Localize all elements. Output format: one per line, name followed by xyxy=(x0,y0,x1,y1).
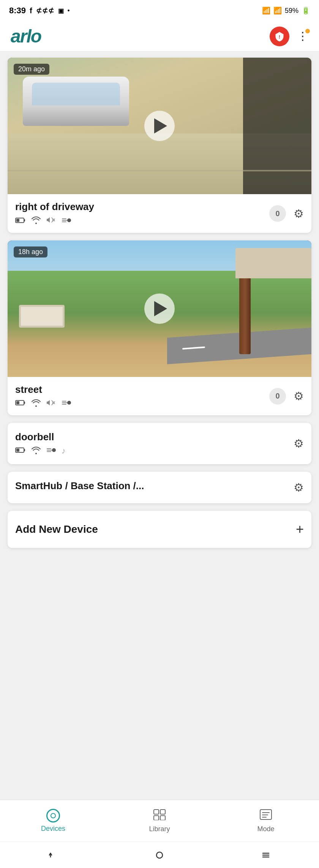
camera-thumbnail-street[interactable]: 18h ago xyxy=(8,240,311,377)
camera-status-icons-driveway xyxy=(15,216,269,226)
status-bar-right: 📶 📶 59% 🔋 xyxy=(262,6,310,15)
car-window xyxy=(32,83,120,105)
motion-doorbell-icon xyxy=(46,447,56,455)
notification-number-cam1: 0 xyxy=(275,209,280,218)
battery-doorbell-icon xyxy=(15,447,26,455)
sys-nav-back[interactable] xyxy=(36,846,70,865)
main-content: 20m ago right of driveway xyxy=(0,52,319,800)
play-button-cam1[interactable] xyxy=(144,111,175,141)
wifi-doorbell-icon xyxy=(31,446,41,456)
notification-count-cam1[interactable]: 0 xyxy=(269,205,286,222)
notification-dot xyxy=(305,29,310,33)
battery-percent: 59% xyxy=(285,7,298,15)
alert-button[interactable]: ! xyxy=(270,27,289,46)
play-button-cam2[interactable] xyxy=(144,294,175,324)
play-icon-cam1 xyxy=(154,118,167,133)
sim-icon: ▣ xyxy=(58,7,64,14)
camera-actions-street: 0 ⚙ xyxy=(269,388,304,405)
devices-nav-icon xyxy=(46,809,60,822)
status-bar-left: 8:39 f ⊄⊄⊄ ▣ • xyxy=(9,6,69,16)
battery-status-icon-street xyxy=(15,400,26,407)
svg-rect-37 xyxy=(156,852,163,858)
camera-details-street: street xyxy=(15,384,269,408)
svg-rect-12 xyxy=(16,401,19,404)
garden-box xyxy=(19,305,65,328)
smarthub-info: SmartHub / Base Station /... xyxy=(15,480,294,495)
sys-nav-home[interactable] xyxy=(142,846,177,865)
wifi-status-icon xyxy=(31,216,41,226)
doorbell-card: doorbell xyxy=(8,423,311,464)
camera-thumbnail-driveway[interactable]: 20m ago xyxy=(8,58,311,194)
wifi-status-icon-street xyxy=(31,399,41,408)
settings-button-smarthub[interactable]: ⚙ xyxy=(294,481,304,494)
house-bg xyxy=(235,248,311,278)
nav-item-library[interactable]: Library xyxy=(106,804,213,838)
header-icons: ! ⋮ xyxy=(270,27,308,46)
camera-info-street: street xyxy=(8,377,311,415)
camera-info-driveway: right of driveway xyxy=(8,194,311,233)
svg-point-25 xyxy=(52,448,56,452)
nav-label-devices: Devices xyxy=(41,825,65,833)
time-display: 8:39 xyxy=(9,6,26,16)
volume-status-icon-street xyxy=(46,399,56,408)
library-nav-icon xyxy=(153,809,166,823)
nav-item-devices[interactable]: Devices xyxy=(0,804,106,837)
bell-doorbell-icon: ♪ xyxy=(62,446,66,456)
svg-rect-29 xyxy=(160,816,165,820)
timestamp-badge-cam2: 18h ago xyxy=(14,246,47,257)
wall-dark xyxy=(243,58,311,194)
notification-icons: ⊄⊄⊄ xyxy=(36,6,54,15)
notification-number-cam2: 0 xyxy=(275,392,280,400)
camera-card-street: 18h ago street xyxy=(8,240,311,415)
app-header: arlo ! ⋮ xyxy=(0,21,319,52)
bottom-nav: Devices Library Mode xyxy=(0,800,319,841)
dot-indicator: • xyxy=(68,7,70,14)
system-nav-bar xyxy=(0,841,319,868)
notification-count-cam2[interactable]: 0 xyxy=(269,388,286,405)
svg-rect-26 xyxy=(154,810,159,814)
svg-rect-27 xyxy=(160,810,165,814)
nav-label-mode: Mode xyxy=(257,825,274,833)
add-device-icon: + xyxy=(296,521,304,537)
wifi-icon: 📶 xyxy=(262,6,270,15)
battery-icon: 🔋 xyxy=(302,6,310,15)
svg-rect-21 xyxy=(16,449,19,452)
nav-label-library: Library xyxy=(149,825,170,833)
sys-nav-recent[interactable] xyxy=(249,846,283,865)
car-shape xyxy=(23,77,129,126)
svg-rect-2 xyxy=(24,219,25,221)
svg-text:!: ! xyxy=(279,34,280,39)
cell-signal-icon: 📶 xyxy=(273,6,282,15)
settings-button-doorbell[interactable]: ⚙ xyxy=(294,437,304,450)
status-bar: 8:39 f ⊄⊄⊄ ▣ • 📶 📶 59% 🔋 xyxy=(0,0,319,21)
camera-status-icons-street xyxy=(15,399,269,408)
camera-actions-driveway: 0 ⚙ xyxy=(269,205,304,222)
camera-name-street: street xyxy=(15,384,269,396)
timestamp-badge-cam1: 20m ago xyxy=(14,64,49,75)
devices-nav-inner-circle xyxy=(51,813,56,818)
more-menu-button[interactable]: ⋮ xyxy=(297,30,308,42)
mode-nav-icon xyxy=(259,809,272,823)
volume-status-icon xyxy=(46,216,56,226)
settings-button-cam2[interactable]: ⚙ xyxy=(294,389,304,403)
settings-button-cam1[interactable]: ⚙ xyxy=(294,207,304,220)
svg-rect-11 xyxy=(24,402,25,404)
play-icon-cam2 xyxy=(154,301,167,316)
camera-name-driveway: right of driveway xyxy=(15,201,269,213)
doorbell-info: doorbell xyxy=(15,431,294,456)
add-device-card[interactable]: Add New Device + xyxy=(8,511,311,548)
battery-status-icon xyxy=(15,217,26,225)
timestamp-text-cam2: 18h ago xyxy=(18,248,43,256)
main-scroll-content: 20m ago right of driveway xyxy=(0,52,319,800)
smarthub-card: SmartHub / Base Station /... ⚙ xyxy=(8,472,311,503)
facebook-icon: f xyxy=(30,6,32,15)
motion-status-icon xyxy=(62,217,71,225)
nav-item-mode[interactable]: Mode xyxy=(213,804,319,838)
svg-rect-3 xyxy=(16,219,19,222)
svg-rect-28 xyxy=(154,816,159,820)
doorbell-name: doorbell xyxy=(15,431,294,443)
concrete-line xyxy=(8,170,311,171)
svg-rect-20 xyxy=(24,449,25,451)
arlo-logo: arlo xyxy=(11,26,41,47)
road-marking xyxy=(182,347,205,350)
